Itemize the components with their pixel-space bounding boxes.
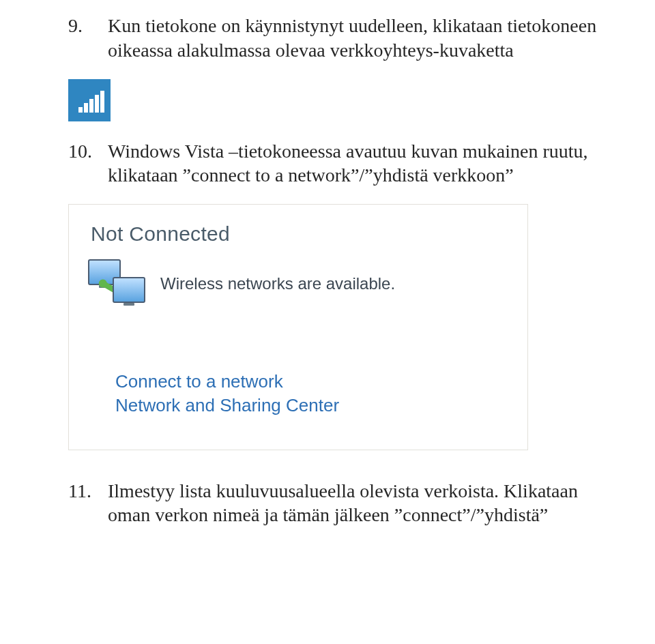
list-item-9: 9. Kun tietokone on käynnistynyt uudelle… (20, 14, 635, 63)
list-text: Ilmestyy lista kuuluvuusalueella olevist… (108, 479, 600, 528)
connection-status: Not Connected (91, 222, 510, 246)
list-text: Kun tietokone on käynnistynyt uudelleen,… (108, 14, 600, 63)
available-text: Wireless networks are available. (160, 274, 395, 293)
list-item-10: 10. Windows Vista –tietokoneessa avautuu… (20, 139, 635, 188)
list-number: 11. (68, 479, 101, 528)
list-text: Windows Vista –tietokoneessa avautuu kuv… (108, 139, 600, 188)
list-number: 10. (68, 139, 101, 188)
connect-to-network-link[interactable]: Connect to a network (115, 370, 510, 394)
network-signal-icon (68, 79, 111, 121)
list-number: 9. (68, 14, 101, 63)
network-computers-icon (87, 259, 145, 308)
vista-network-popup: Not Connected Wireless networks are avai… (68, 204, 528, 450)
list-item-11: 11. Ilmestyy lista kuuluvuusalueella ole… (20, 479, 635, 528)
available-row: Wireless networks are available. (87, 259, 510, 308)
network-sharing-center-link[interactable]: Network and Sharing Center (115, 394, 510, 418)
